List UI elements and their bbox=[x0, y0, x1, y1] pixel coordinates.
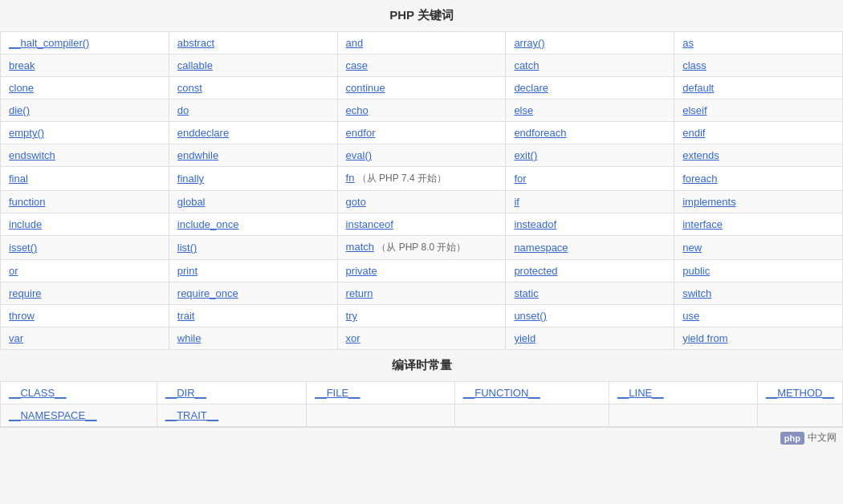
keyword-link[interactable]: private bbox=[346, 265, 377, 277]
keyword-link[interactable]: else bbox=[514, 104, 533, 116]
keyword-link[interactable]: unset() bbox=[514, 310, 546, 322]
keyword-link[interactable]: print bbox=[177, 265, 198, 277]
keyword-link[interactable]: while bbox=[177, 332, 202, 344]
keyword-link[interactable]: default bbox=[682, 82, 714, 94]
keyword-link[interactable]: eval() bbox=[346, 149, 373, 161]
keyword-link[interactable]: include bbox=[9, 218, 42, 230]
table-cell: return bbox=[337, 282, 506, 305]
keyword-link[interactable]: do bbox=[177, 104, 189, 116]
keyword-link[interactable]: yield from bbox=[682, 332, 727, 344]
keyword-link[interactable]: case bbox=[346, 59, 368, 71]
keyword-link[interactable]: empty() bbox=[9, 127, 44, 139]
keyword-link[interactable]: if bbox=[514, 196, 519, 208]
table-cell: match （从 PHP 8.0 开始） bbox=[337, 236, 506, 260]
keyword-link[interactable]: die() bbox=[9, 104, 30, 116]
keyword-link[interactable]: require_once bbox=[177, 287, 238, 299]
keyword-link[interactable]: xor bbox=[346, 332, 360, 344]
keyword-link[interactable]: __halt_compiler() bbox=[9, 37, 89, 49]
section-title-constants: 编译时常量 bbox=[0, 350, 843, 381]
keyword-link[interactable]: instanceof bbox=[346, 218, 393, 230]
keyword-link[interactable]: extends bbox=[682, 149, 719, 161]
php-badge: php 中文网 bbox=[780, 431, 837, 445]
keyword-link[interactable]: break bbox=[9, 59, 35, 71]
keyword-link[interactable]: const bbox=[177, 82, 202, 94]
keyword-link[interactable]: __FILE__ bbox=[315, 387, 360, 399]
table-cell: enddeclare bbox=[169, 122, 337, 144]
table-cell: throw bbox=[1, 305, 169, 327]
table-cell: function bbox=[1, 191, 169, 213]
keyword-link[interactable]: static bbox=[514, 287, 538, 299]
keyword-link[interactable]: enddeclare bbox=[177, 127, 229, 139]
keywords-table: __halt_compiler()abstractandarray()asbre… bbox=[0, 31, 843, 350]
keyword-link[interactable]: interface bbox=[682, 218, 723, 230]
keyword-link[interactable]: echo bbox=[346, 104, 369, 116]
table-row: die()doechoelseelseif bbox=[1, 100, 843, 122]
keyword-link[interactable]: __METHOD__ bbox=[766, 387, 834, 399]
keyword-link[interactable]: var bbox=[9, 332, 23, 344]
keyword-link[interactable]: __CLASS__ bbox=[9, 387, 67, 399]
keyword-link[interactable]: function bbox=[9, 196, 46, 208]
keyword-link[interactable]: fn bbox=[346, 172, 355, 184]
keyword-link[interactable]: new bbox=[682, 242, 702, 254]
table-cell: class bbox=[674, 55, 843, 77]
keyword-link[interactable]: declare bbox=[514, 82, 548, 94]
keyword-link[interactable]: endfor bbox=[346, 127, 376, 139]
keyword-link[interactable]: foreach bbox=[682, 173, 717, 185]
keyword-link[interactable]: isset() bbox=[9, 242, 37, 254]
table-cell: protected bbox=[506, 260, 674, 282]
table-cell: new bbox=[674, 236, 843, 260]
keyword-link[interactable]: endif bbox=[682, 127, 705, 139]
keyword-link[interactable]: implements bbox=[682, 196, 735, 208]
table-cell: for bbox=[506, 167, 674, 191]
keyword-link[interactable]: endwhile bbox=[177, 149, 218, 161]
keyword-link[interactable]: endforeach bbox=[514, 127, 566, 139]
keyword-link[interactable]: as bbox=[682, 37, 694, 49]
keyword-link[interactable]: class bbox=[682, 59, 707, 71]
table-cell: private bbox=[337, 260, 506, 282]
keyword-note: （从 PHP 7.4 开始） bbox=[354, 173, 446, 184]
keyword-link[interactable]: and bbox=[346, 37, 364, 49]
keyword-link[interactable]: public bbox=[682, 265, 710, 277]
keyword-link[interactable]: __NAMESPACE__ bbox=[9, 409, 97, 421]
keyword-link[interactable]: list() bbox=[177, 242, 198, 254]
keyword-link[interactable]: try bbox=[346, 310, 357, 322]
keyword-link[interactable]: elseif bbox=[682, 104, 707, 116]
keyword-link[interactable]: __DIR__ bbox=[165, 387, 206, 399]
keyword-link[interactable]: continue bbox=[346, 82, 385, 94]
keyword-link[interactable]: array() bbox=[514, 37, 544, 49]
keyword-link[interactable]: exit() bbox=[514, 149, 537, 161]
table-cell: eval() bbox=[337, 144, 506, 167]
keyword-link[interactable]: match bbox=[346, 241, 374, 253]
keyword-link[interactable]: require bbox=[9, 287, 41, 299]
table-cell: do bbox=[169, 100, 337, 122]
keyword-link[interactable]: clone bbox=[9, 82, 34, 94]
keyword-link[interactable]: protected bbox=[514, 265, 557, 277]
keyword-link[interactable]: use bbox=[682, 310, 699, 322]
table-cell: while bbox=[169, 327, 337, 350]
table-cell: as bbox=[674, 32, 843, 55]
keyword-link[interactable]: namespace bbox=[514, 242, 568, 254]
keyword-link[interactable]: __TRAIT__ bbox=[165, 409, 218, 421]
keyword-link[interactable]: global bbox=[177, 196, 206, 208]
keyword-link[interactable]: switch bbox=[682, 287, 711, 299]
keyword-link[interactable]: insteadof bbox=[514, 218, 556, 230]
keyword-link[interactable]: trait bbox=[177, 310, 195, 322]
keyword-link[interactable]: __FUNCTION__ bbox=[463, 387, 540, 399]
table-cell: if bbox=[506, 191, 674, 213]
keyword-link[interactable]: throw bbox=[9, 310, 35, 322]
keyword-link[interactable]: return bbox=[346, 287, 373, 299]
keyword-link[interactable]: __LINE__ bbox=[617, 387, 664, 399]
keyword-link[interactable]: abstract bbox=[177, 37, 214, 49]
keyword-link[interactable]: for bbox=[514, 173, 526, 185]
keyword-link[interactable]: yield bbox=[514, 332, 536, 344]
keyword-link[interactable]: callable bbox=[177, 59, 213, 71]
keyword-link[interactable]: final bbox=[9, 173, 28, 185]
keyword-link[interactable]: finally bbox=[177, 173, 204, 185]
keyword-link[interactable]: or bbox=[9, 265, 18, 277]
table-cell: goto bbox=[337, 191, 506, 213]
keyword-link[interactable]: include_once bbox=[177, 218, 239, 230]
keyword-link[interactable]: endswitch bbox=[9, 149, 55, 161]
keyword-link[interactable]: goto bbox=[346, 196, 366, 208]
keyword-link[interactable]: catch bbox=[514, 59, 539, 71]
table-cell bbox=[454, 404, 609, 427]
